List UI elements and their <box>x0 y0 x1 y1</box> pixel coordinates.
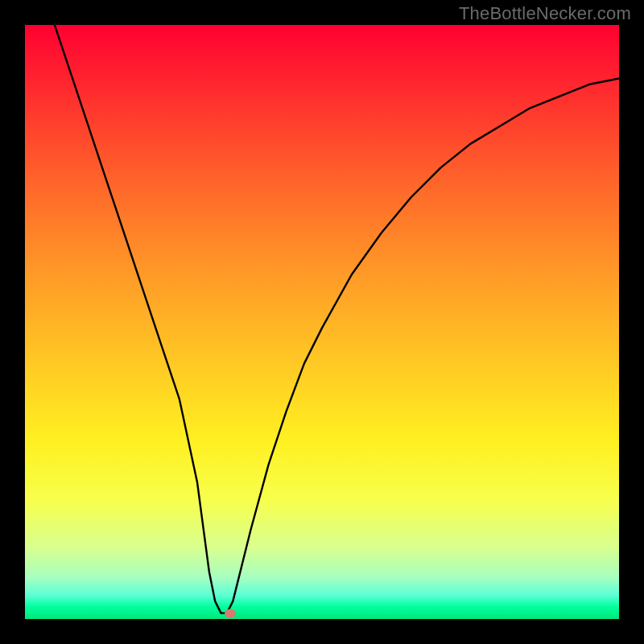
attribution-text: TheBottleNecker.com <box>459 3 631 24</box>
optimal-point-marker <box>225 609 236 617</box>
gradient-plot-area <box>25 25 619 619</box>
chart-frame: TheBottleNecker.com <box>0 0 644 644</box>
